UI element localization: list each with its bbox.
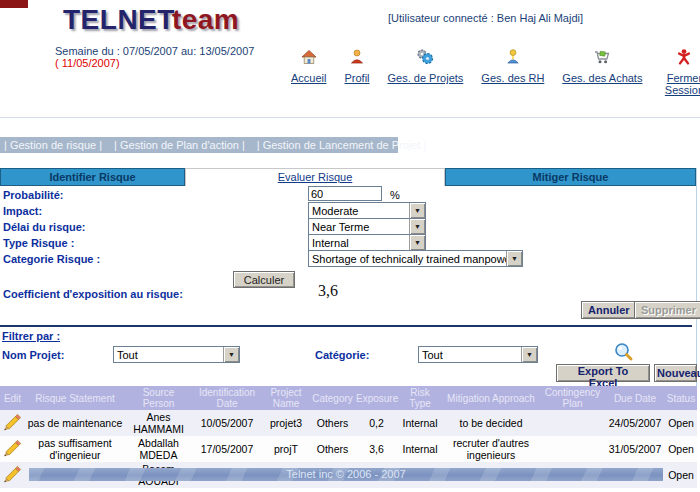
cell-contingency bbox=[540, 410, 605, 436]
cell-statement: pas de maintenance bbox=[25, 410, 125, 436]
calculer-button[interactable]: Calculer bbox=[233, 271, 295, 288]
annuler-button[interactable]: Annuler bbox=[581, 301, 637, 319]
col-source-person: Source Person bbox=[125, 386, 192, 410]
cell-status: Open bbox=[665, 410, 697, 436]
logo-team: team bbox=[172, 4, 239, 35]
cell-risk-type: Internal bbox=[398, 436, 442, 462]
nav-accueil-label: Accueil bbox=[291, 72, 326, 84]
chevron-down-icon: ▼ bbox=[409, 203, 425, 218]
filter-categorie-label: Catégorie: bbox=[315, 349, 369, 361]
logo-telnet: TELNET bbox=[63, 4, 175, 35]
probability-label: Probabilité: bbox=[3, 189, 64, 201]
coefficient-value: 3,6 bbox=[318, 282, 338, 300]
tab-mitiger-risque[interactable]: Mitiger Risque bbox=[445, 168, 696, 186]
col-risk-type: Risk Type bbox=[398, 386, 442, 410]
col-identification-date: Identification Date bbox=[192, 386, 262, 410]
edit-pencil-icon[interactable] bbox=[2, 423, 23, 435]
cell-exposure: 0,2 bbox=[355, 410, 398, 436]
delai-select[interactable]: Near Terme▼ bbox=[308, 218, 426, 235]
chevron-down-icon: ▼ bbox=[223, 347, 239, 362]
cell-source: Anes HAMMAMI bbox=[125, 410, 192, 436]
chevron-down-icon: ▼ bbox=[506, 251, 522, 266]
gears-icon bbox=[416, 48, 434, 68]
section-separator bbox=[0, 325, 692, 327]
type-risque-select[interactable]: Internal▼ bbox=[308, 234, 426, 251]
table-header-row: Edit Risque Statement Source Person Iden… bbox=[0, 386, 697, 410]
impact-select[interactable]: Moderate▼ bbox=[308, 202, 426, 219]
nav-ges-projets[interactable]: Ges. de Projets bbox=[388, 48, 464, 84]
nav-profil-label: Profil bbox=[344, 72, 369, 84]
risk-tabs: Identifier Risque Evaluer Risque Mitiger… bbox=[0, 168, 696, 186]
filter-categorie-select[interactable]: Tout▼ bbox=[418, 346, 538, 363]
cell-status: Open bbox=[665, 462, 697, 488]
nav-ges-achats-label: Ges. des Achats bbox=[562, 72, 642, 84]
nouveau-button[interactable]: Nouveau bbox=[654, 364, 697, 382]
footer-copyright: Telnet inc © 2006 - 2007 bbox=[286, 468, 405, 480]
current-date-label: ( 11/05/2007) bbox=[55, 57, 120, 69]
nav-fermer-session-label: Fermer Session bbox=[660, 72, 700, 96]
tab-evaluer-risque[interactable]: Evaluer Risque bbox=[185, 168, 445, 186]
percent-label: % bbox=[390, 189, 400, 201]
col-contingency-plan: Contingency Plan bbox=[540, 386, 605, 410]
type-risque-label: Type Risque : bbox=[3, 237, 74, 249]
col-exposure: Exposure bbox=[355, 386, 398, 410]
col-category: Category bbox=[310, 386, 355, 410]
delai-label: Délai du risque: bbox=[3, 221, 86, 233]
nav-ges-achats[interactable]: Ges. des Achats bbox=[562, 48, 642, 84]
module-menubar: | Gestion de risque | | Gestion de Plan … bbox=[0, 137, 398, 153]
cell-date: 17/05/2007 bbox=[192, 436, 262, 462]
chevron-down-icon: ▼ bbox=[409, 219, 425, 234]
cell-exposure: 3,6 bbox=[355, 436, 398, 462]
nom-projet-select[interactable]: Tout▼ bbox=[113, 346, 240, 363]
search-icon[interactable] bbox=[612, 341, 634, 363]
header-separator bbox=[0, 117, 700, 118]
person-icon bbox=[348, 48, 366, 68]
menubar-gestion-lancement-projet[interactable]: | Gestion de Lancement de Projet | bbox=[257, 139, 427, 151]
cell-category: Others bbox=[310, 410, 355, 436]
home-icon bbox=[300, 48, 318, 68]
cell-due: 24/05/2007 bbox=[605, 410, 665, 436]
cell-source: Abdallah MDEDA bbox=[125, 436, 192, 462]
cart-icon bbox=[593, 48, 611, 68]
col-risque-statement: Risque Statement bbox=[25, 386, 125, 410]
export-excel-button[interactable]: Export To Excel bbox=[556, 364, 650, 382]
edit-pencil-icon[interactable] bbox=[2, 475, 23, 487]
risk-management-page: TELNETteam [Utilisateur connecté : Ben H… bbox=[0, 0, 700, 492]
nav-profil[interactable]: Profil bbox=[344, 48, 369, 84]
person-key-icon bbox=[504, 48, 522, 68]
cell-risk-type: Internal bbox=[398, 410, 442, 436]
main-nav: Accueil Profil Ges. de Projets Ges. des … bbox=[282, 48, 700, 96]
tab-identifier-risque[interactable]: Identifier Risque bbox=[0, 168, 185, 186]
col-status: Status bbox=[665, 386, 697, 410]
cell-date: 10/05/2007 bbox=[192, 410, 262, 436]
categorie-risque-label: Categorie Risque : bbox=[3, 253, 100, 265]
impact-label: Impact: bbox=[3, 205, 42, 217]
cell-status: Open bbox=[665, 436, 697, 462]
categorie-risque-select[interactable]: Shortage of technically trained manpower… bbox=[308, 250, 523, 267]
probability-input[interactable] bbox=[308, 186, 382, 201]
cell-project: projet3 bbox=[262, 410, 310, 436]
edit-pencil-icon[interactable] bbox=[2, 449, 23, 461]
menubar-gestion-plan-action[interactable]: | Gestion de Plan d'action | bbox=[114, 139, 245, 151]
nav-ges-rh[interactable]: Ges. des RH bbox=[481, 48, 544, 84]
nom-projet-label: Nom Projet: bbox=[2, 349, 64, 361]
logout-icon bbox=[675, 48, 693, 68]
supprimer-button[interactable]: Supprimer bbox=[634, 301, 700, 319]
nav-fermer-session[interactable]: Fermer Session bbox=[660, 48, 700, 96]
col-due-date: Due Date bbox=[605, 386, 665, 410]
filter-title: Filtrer par : bbox=[2, 330, 60, 342]
cell-mitigation: to be decided bbox=[442, 410, 540, 436]
chevron-down-icon: ▼ bbox=[409, 235, 425, 250]
telnet-team-logo: TELNETteam bbox=[63, 4, 239, 36]
col-edit: Edit bbox=[0, 386, 25, 410]
footer-bar: Telnet inc © 2006 - 2007 bbox=[29, 468, 663, 481]
connected-user-label: [Utilisateur connecté : Ben Haj Ali Majd… bbox=[388, 12, 583, 24]
cell-contingency bbox=[540, 436, 605, 462]
cell-category: Others bbox=[310, 436, 355, 462]
week-range-label: Semaine du : 07/05/2007 au: 13/05/2007 bbox=[55, 45, 254, 57]
col-mitigation-approach: Mitigation Approach bbox=[442, 386, 540, 410]
cell-project: projT bbox=[262, 436, 310, 462]
nav-accueil[interactable]: Accueil bbox=[291, 48, 326, 84]
menubar-gestion-risque[interactable]: | Gestion de risque | bbox=[4, 139, 102, 151]
cell-statement: pas suffisament d'ingenieur bbox=[25, 436, 125, 462]
